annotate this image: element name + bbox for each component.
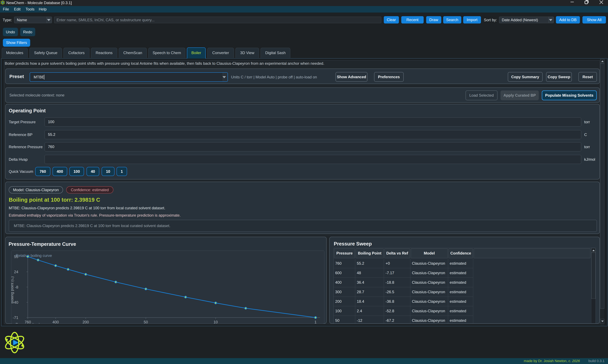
type-combo[interactable]: Name — [14, 17, 52, 23]
populate-missing-solvents-button[interactable]: Populate Missing Solvents — [542, 91, 597, 100]
tab-cofactors[interactable]: Cofactors — [64, 48, 89, 58]
table-cell[interactable]: -7.17 — [384, 268, 410, 278]
tab-3d-view[interactable]: 3D View — [235, 48, 259, 58]
tab-reactions[interactable]: Reactions — [91, 48, 117, 58]
table-cell[interactable]: 55.2 — [355, 259, 384, 268]
tab-digital-sash[interactable]: Digital Sash — [261, 48, 290, 58]
import-button[interactable]: Import — [463, 16, 481, 24]
table-cell[interactable]: 18.4 — [355, 297, 384, 306]
column-header-pressure[interactable]: Pressure — [334, 248, 355, 258]
table-cell[interactable]: estimated — [448, 287, 473, 297]
redo-button[interactable]: Redo — [20, 28, 35, 36]
table-cell[interactable]: estimated — [448, 259, 473, 268]
clear-button[interactable]: Clear — [384, 16, 399, 24]
table-cell[interactable]: estimated — [448, 268, 473, 278]
show-filters-button[interactable]: Show Filters — [3, 39, 30, 47]
table-cell[interactable]: Clausius-Clapeyron — [410, 259, 448, 268]
undo-button[interactable]: Undo — [3, 28, 18, 36]
table-cell[interactable]: 36.4 — [355, 278, 384, 287]
table-cell[interactable]: Clausius-Clapeyron — [410, 278, 448, 287]
copy-summary-button[interactable]: Copy Summary — [508, 72, 542, 82]
maximize-button[interactable] — [582, 0, 591, 6]
table-cell[interactable]: 100 — [334, 306, 355, 316]
recent-button[interactable]: Recent — [401, 16, 424, 24]
add-to-db-button[interactable]: Add to DB — [556, 16, 580, 24]
table-cell[interactable]: 48 — [355, 268, 384, 278]
scrollbar-handle[interactable] — [600, 64, 604, 309]
table-cell[interactable]: Clausius-Clapeyron — [410, 297, 448, 306]
sort-combo[interactable]: Date Added (Newest) — [499, 17, 554, 23]
column-header-boiling-point[interactable]: Boiling Point — [356, 248, 384, 258]
quick-vacuum-1[interactable]: 1 — [117, 167, 127, 176]
table-cell[interactable]: -36.8 — [384, 297, 410, 306]
table-scroll-up[interactable] — [591, 248, 596, 252]
preferences-button[interactable]: Preferences — [374, 72, 404, 82]
pressure-temperature-chart[interactable]: 5524-8-40-7176040020050101Pressure (torr… — [11, 250, 324, 324]
quick-vacuum-40[interactable]: 40 — [87, 167, 99, 176]
table-scrollbar[interactable] — [591, 248, 596, 323]
tab-converter[interactable]: Converter — [207, 48, 234, 58]
pressure-sweep-table[interactable]: PressureBoiling PointDelta vs RefModelCo… — [334, 248, 596, 324]
menu-file[interactable]: File — [3, 6, 9, 13]
tab-molecules[interactable]: Molecules — [2, 48, 28, 58]
scroll-down-button[interactable] — [600, 319, 604, 323]
table-cell[interactable]: Clausius-Clapeyron — [410, 316, 448, 324]
close-button[interactable] — [596, 0, 605, 6]
field-input-1[interactable]: 55.2 — [45, 130, 581, 139]
tab-chemscan[interactable]: ChemScan — [119, 48, 147, 58]
table-cell[interactable]: 2.4 — [355, 306, 384, 316]
copy-sweep-button[interactable]: Copy Sweep — [546, 72, 572, 82]
reset-button[interactable]: Reset — [579, 72, 597, 82]
table-cell[interactable]: Clausius-Clapeyron — [410, 268, 448, 278]
table-cell[interactable]: 28.7 — [355, 287, 384, 297]
field-input-3[interactable] — [45, 155, 581, 164]
result-log-box[interactable]: MTBE: Clausius-Clapeyron predicts 2.3981… — [9, 220, 597, 232]
quick-vacuum-10[interactable]: 10 — [102, 167, 114, 176]
table-cell[interactable]: Clausius-Clapeyron — [410, 287, 448, 297]
tab-safety-queue[interactable]: Safety Queue — [29, 48, 62, 58]
table-cell[interactable]: -12 — [355, 316, 384, 324]
table-cell[interactable]: -18.8 — [384, 278, 410, 287]
search-button[interactable]: Search — [443, 16, 461, 24]
table-cell[interactable]: 200 — [334, 297, 355, 306]
table-cell[interactable]: estimated — [448, 278, 473, 287]
table-cell[interactable]: 600 — [334, 268, 355, 278]
draw-button[interactable]: Draw — [426, 16, 441, 24]
table-cell[interactable]: 760 — [334, 259, 355, 268]
table-cell[interactable]: -26.5 — [384, 287, 410, 297]
search-input[interactable]: Enter name, SMILES, InChI, CAS, or subst… — [54, 17, 381, 23]
apply-curated-bp-button[interactable]: Apply Curated BP — [500, 91, 539, 100]
table-cell[interactable]: estimated — [448, 306, 473, 316]
tab-boiler[interactable]: Boiler — [187, 47, 206, 59]
minimize-button[interactable] — [567, 0, 577, 6]
table-cell[interactable]: estimated — [448, 316, 473, 324]
column-header-model[interactable]: Model — [411, 248, 448, 258]
show-advanced-button[interactable]: Show Advanced — [336, 72, 367, 82]
menu-tools[interactable]: Tools — [26, 6, 34, 13]
field-input-0[interactable]: 100 — [45, 117, 581, 127]
preset-combo[interactable]: MTBE — [30, 72, 228, 82]
table-cell[interactable]: -52.8 — [384, 306, 410, 316]
quick-vacuum-760[interactable]: 760 — [35, 167, 50, 176]
quick-vacuum-400[interactable]: 400 — [53, 167, 67, 176]
show-all-button[interactable]: Show All — [582, 16, 606, 24]
menu-help[interactable]: Help — [39, 6, 47, 13]
table-cell[interactable]: -67.2 — [384, 316, 410, 324]
table-cell[interactable]: +0 — [384, 259, 410, 268]
content-scrollbar[interactable] — [600, 59, 604, 325]
table-cell[interactable]: 50 — [334, 316, 355, 324]
tab-speech-to-chem[interactable]: Speech to Chem — [148, 48, 185, 58]
svg-text:Relative boiling curve: Relative boiling curve — [16, 253, 52, 258]
table-scroll-handle[interactable] — [591, 253, 596, 299]
field-input-2[interactable]: 760 — [45, 142, 581, 151]
scroll-up-button[interactable] — [600, 59, 604, 63]
menu-edit[interactable]: Edit — [14, 6, 20, 13]
table-cell[interactable]: Clausius-Clapeyron — [410, 306, 448, 316]
quick-vacuum-100[interactable]: 100 — [69, 167, 84, 176]
column-header-delta-vs-ref[interactable]: Delta vs Ref — [384, 248, 410, 258]
table-cell[interactable]: estimated — [448, 297, 473, 306]
load-selected-button[interactable]: Load Selected — [466, 91, 498, 100]
table-cell[interactable]: 300 — [334, 287, 355, 297]
table-cell[interactable]: 400 — [334, 278, 355, 287]
column-header-confidence[interactable]: Confidence — [449, 248, 473, 258]
